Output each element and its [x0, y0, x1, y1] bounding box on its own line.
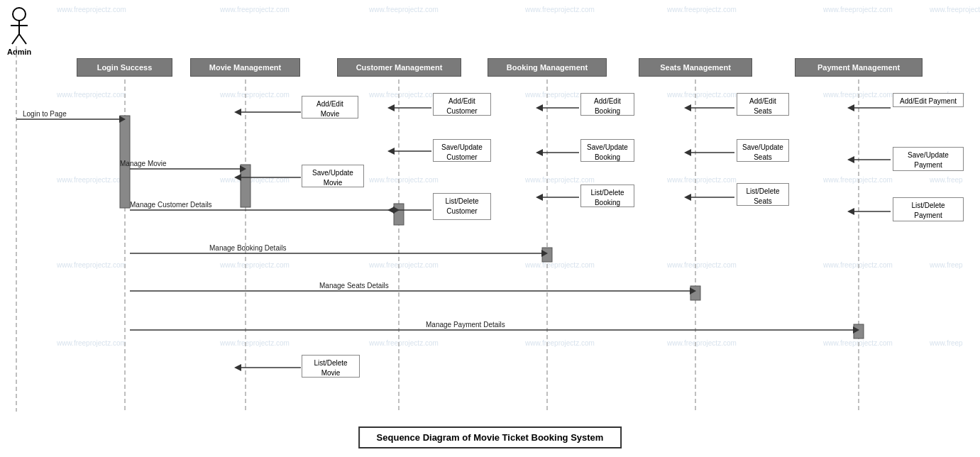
svg-marker-59 — [234, 364, 241, 371]
svg-rect-15 — [542, 248, 552, 262]
note-list-delete-customer: List/DeleteCustomer — [433, 193, 491, 220]
watermark: www.freeprojectz.com — [823, 339, 893, 347]
watermark: www.freep — [930, 339, 963, 347]
svg-marker-53 — [847, 104, 854, 111]
note-add-edit-booking: Add/EditBooking — [580, 93, 634, 116]
svg-marker-55 — [847, 156, 854, 163]
svg-marker-31 — [387, 148, 395, 155]
svg-marker-25 — [234, 174, 241, 181]
svg-marker-35 — [541, 250, 548, 257]
watermark: www.freeprojectz.com — [823, 261, 893, 269]
watermark: www.freeprojectz.com — [57, 91, 126, 99]
msg-manage-payment: Manage Payment Details — [426, 321, 505, 329]
lifeline-seats: Seats Management — [639, 58, 752, 77]
watermark: www.freeprojectz.com — [667, 91, 737, 99]
note-save-update-booking: Save/UpdateBooking — [580, 139, 634, 162]
note-add-edit-payment: Add/Edit Payment — [893, 93, 964, 107]
svg-marker-51 — [853, 326, 859, 334]
watermark: www.freeprojectz.com — [667, 176, 737, 184]
watermark: www.freeprojectz.com — [369, 261, 439, 269]
watermark: www.freeprojectz.com — [220, 91, 290, 99]
watermark: www.freeprojectz.com — [220, 6, 290, 13]
diagram-caption: Sequence Diagram of Movie Ticket Booking… — [358, 426, 622, 448]
note-add-edit-movie: Add/EditMovie — [302, 96, 358, 119]
svg-rect-14 — [394, 204, 404, 225]
msg-manage-customer: Manage Customer Details — [130, 201, 212, 209]
watermark: www.freeprojectz.com — [369, 91, 439, 99]
watermark: www.freep — [930, 261, 963, 269]
note-list-delete-movie: List/DeleteMovie — [302, 355, 360, 378]
note-save-update-payment: Save/UpdatePayment — [893, 147, 964, 171]
msg-manage-movie: Manage Movie — [120, 160, 167, 167]
watermark: www.freeprojectz.com — [57, 339, 126, 347]
note-save-update-movie: Save/UpdateMovie — [302, 165, 364, 187]
svg-rect-13 — [241, 165, 250, 207]
msg-manage-seats: Manage Seats Details — [319, 282, 389, 290]
watermark: www.freeprojectz.com — [525, 339, 595, 347]
lifeline-payment: Payment Management — [795, 58, 923, 77]
watermark: www.freeprojectz.com — [525, 6, 595, 13]
watermark: www.freeprojectz.com — [525, 261, 595, 269]
svg-marker-47 — [684, 149, 691, 156]
svg-marker-29 — [387, 104, 395, 111]
svg-marker-19 — [119, 116, 126, 123]
watermark: www.freeprojectz.com — [369, 176, 439, 184]
watermark: www.freep — [930, 176, 963, 184]
svg-marker-21 — [240, 165, 246, 172]
watermark: www.freeprojectz.com — [369, 6, 439, 13]
lifeline-movie: Movie Management — [190, 58, 300, 77]
actor-admin: Admin — [7, 7, 31, 56]
watermark: www.freeprojectz.co — [930, 6, 980, 13]
svg-marker-27 — [393, 207, 400, 214]
lifeline-customer: Customer Management — [337, 58, 461, 77]
watermark: www.freeprojectz.com — [57, 6, 126, 13]
svg-line-4 — [19, 34, 26, 44]
watermark: www.freeprojectz.com — [823, 6, 893, 13]
watermark: www.freeprojectz.com — [823, 176, 893, 184]
svg-marker-43 — [690, 287, 696, 294]
svg-marker-37 — [536, 104, 543, 111]
watermark: www.freeprojectz.com — [823, 91, 893, 99]
svg-marker-57 — [847, 208, 854, 215]
watermark: www.freeprojectz.com — [667, 6, 737, 13]
note-add-edit-seats: Add/EditSeats — [737, 93, 789, 116]
diagram-container: www.freeprojectz.com www.freeprojectz.co… — [0, 0, 980, 457]
svg-marker-45 — [684, 104, 691, 111]
msg-manage-booking: Manage Booking Details — [209, 244, 286, 252]
watermark: www.freeprojectz.com — [369, 339, 439, 347]
svg-rect-17 — [854, 324, 864, 338]
lifeline-booking: Booking Management — [488, 58, 607, 77]
note-add-edit-customer: Add/EditCustomer — [433, 93, 491, 116]
watermark: www.freeprojectz.com — [525, 176, 595, 184]
watermark: www.freeprojectz.com — [57, 261, 126, 269]
watermark: www.freeprojectz.com — [220, 261, 290, 269]
note-save-update-customer: Save/UpdateCustomer — [433, 139, 491, 162]
svg-marker-33 — [387, 207, 395, 214]
lifeline-login: Login Success — [77, 58, 172, 77]
watermark: www.freeprojectz.com — [667, 261, 737, 269]
actor-label: Admin — [7, 48, 31, 56]
watermark: www.freeprojectz.com — [667, 339, 737, 347]
watermark: www.freeprojectz.com — [220, 339, 290, 347]
svg-point-0 — [13, 8, 26, 21]
svg-marker-23 — [234, 109, 241, 116]
note-list-delete-seats: List/DeleteSeats — [737, 183, 789, 206]
watermark: www.freeprojectz.com — [57, 176, 126, 184]
svg-rect-16 — [690, 286, 700, 300]
watermark: www.freeprojectz.com — [220, 176, 290, 184]
note-list-delete-booking: List/DeleteBooking — [580, 185, 634, 207]
msg-login-to-page: Login to Page — [23, 110, 67, 118]
note-list-delete-payment: List/DeletePayment — [893, 197, 964, 221]
svg-marker-49 — [684, 194, 691, 201]
svg-marker-41 — [536, 194, 543, 201]
svg-marker-39 — [536, 149, 543, 156]
svg-line-3 — [12, 34, 19, 44]
note-save-update-seats: Save/UpdateSeats — [737, 139, 789, 162]
